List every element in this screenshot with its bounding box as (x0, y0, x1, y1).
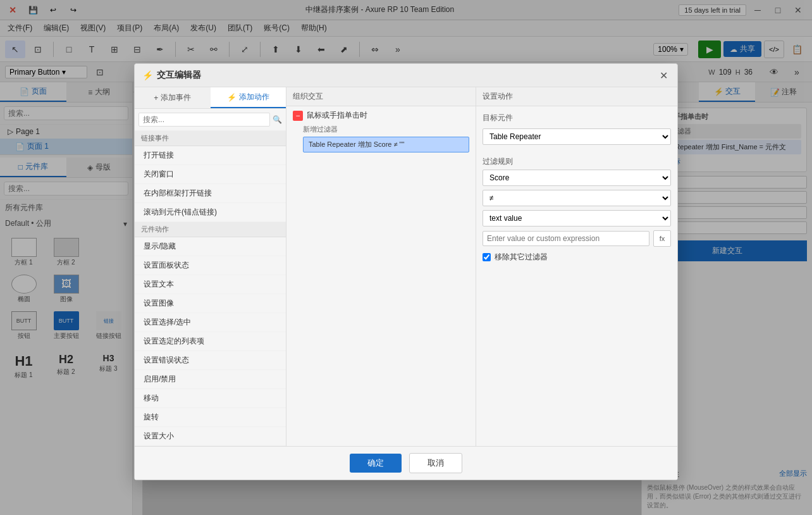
modal-right-panel: 设置动作 目标元件 Table Repeater 过滤规则 Score (476, 87, 677, 446)
modal-right-header: 设置动作 (476, 87, 677, 106)
link-section-header: 链接事件 (135, 131, 286, 146)
modal-body: + 添加事件 ⚡ 添加动作 🔍 链接事件 打开链接 关闭窗口 在内部框架打开链接… (135, 87, 677, 446)
remove-filters-row: 移除其它过滤器 (483, 252, 671, 263)
add-action-icon: ⚡ (227, 93, 237, 102)
remove-filters-label: 移除其它过滤器 (495, 252, 548, 263)
modal-left-panel: + 添加事件 ⚡ 添加动作 🔍 链接事件 打开链接 关闭窗口 在内部框架打开链接… (135, 87, 286, 446)
modal-overlay: ⚡ 交互编辑器 ✕ + 添加事件 ⚡ 添加动作 (0, 0, 812, 515)
fx-btn[interactable]: fx (653, 230, 671, 247)
modal-cancel-btn[interactable]: 取消 (409, 453, 462, 473)
event-action-group: 新增过滤器 Table Repeater 增加 Score ≠ "" (303, 125, 469, 152)
modal-search-icon: 🔍 (273, 115, 282, 124)
modal-confirm-btn[interactable]: 确定 (350, 454, 402, 473)
modal-search: 🔍 (135, 109, 286, 131)
modal-search-input[interactable] (138, 113, 270, 127)
action-scroll-to[interactable]: 滚动到元件(锚点链接) (135, 203, 286, 222)
action-open-in-frame[interactable]: 在内部框架打开链接 (135, 184, 286, 203)
action-open-link[interactable]: 打开链接 (135, 146, 286, 165)
filter-value-input[interactable] (483, 231, 649, 246)
modal-title: ⚡ 交互编辑器 (142, 70, 201, 81)
add-event-label: 添加事件 (161, 92, 191, 103)
target-field-select[interactable]: Table Repeater (483, 128, 671, 145)
event-action-item[interactable]: Table Repeater 增加 Score ≠ "" (303, 137, 469, 152)
modal-middle-header: 组织交互 (286, 87, 476, 106)
element-section-header: 元件动作 (135, 222, 286, 237)
action-show-hide[interactable]: 显示/隐藏 (135, 237, 286, 256)
remove-filters-checkbox[interactable] (483, 253, 491, 261)
modal-right-content: 目标元件 Table Repeater 过滤规则 Score ≠ (476, 106, 677, 446)
filter-type-select[interactable]: text value (483, 210, 671, 226)
action-rotate[interactable]: 旋转 (135, 408, 286, 427)
event-group: − 鼠标或手指单击时 新增过滤器 Table Repeater 增加 Score… (286, 106, 476, 158)
modal-close-btn[interactable]: ✕ (657, 69, 670, 82)
modal-footer: 确定 取消 (135, 446, 677, 480)
event-remove-btn[interactable]: − (293, 111, 303, 121)
modal-title-icon: ⚡ (142, 70, 153, 80)
modal-middle-panel: 组织交互 − 鼠标或手指单击时 新增过滤器 Table Repeater 增加 … (286, 87, 476, 446)
action-move[interactable]: 移动 (135, 389, 286, 408)
action-set-panel[interactable]: 设置面板状态 (135, 256, 286, 275)
filter-value-row: fx (483, 230, 671, 247)
modal-tab-add-action[interactable]: ⚡ 添加动作 (211, 87, 286, 108)
action-enable-disable[interactable]: 启用/禁用 (135, 370, 286, 389)
event-header: − 鼠标或手指单击时 (293, 110, 469, 121)
interaction-editor-modal: ⚡ 交互编辑器 ✕ + 添加事件 ⚡ 添加动作 (134, 63, 678, 480)
action-set-image[interactable]: 设置图像 (135, 294, 286, 313)
modal-title-text: 交互编辑器 (157, 70, 201, 81)
modal-tabs: + 添加事件 ⚡ 添加动作 (135, 87, 286, 109)
action-set-selection[interactable]: 设置选择/选中 (135, 313, 286, 332)
action-close-window[interactable]: 关闭窗口 (135, 165, 286, 184)
filter-rule-section: 过滤规则 Score ≠ text value fx (483, 156, 671, 263)
modal-tab-add-event[interactable]: + 添加事件 (135, 87, 211, 108)
filter-rule-label: 过滤规则 (483, 156, 671, 167)
action-set-error[interactable]: 设置错误状态 (135, 351, 286, 370)
target-field-label: 目标元件 (483, 113, 520, 123)
event-label: 鼠标或手指单击时 (307, 110, 367, 121)
action-set-text[interactable]: 设置文本 (135, 275, 286, 294)
filter-field-select[interactable]: Score (483, 170, 671, 186)
action-set-list-item[interactable]: 设置选定的列表项 (135, 332, 286, 351)
target-field-row: 目标元件 (483, 113, 671, 123)
add-action-label: 添加动作 (239, 92, 269, 102)
add-event-icon: + (154, 94, 158, 102)
new-filter-label: 新增过滤器 (303, 125, 469, 134)
action-set-size[interactable]: 设置大小 (135, 427, 286, 446)
modal-header: ⚡ 交互编辑器 ✕ (135, 64, 677, 87)
filter-op-select[interactable]: ≠ (483, 190, 671, 206)
